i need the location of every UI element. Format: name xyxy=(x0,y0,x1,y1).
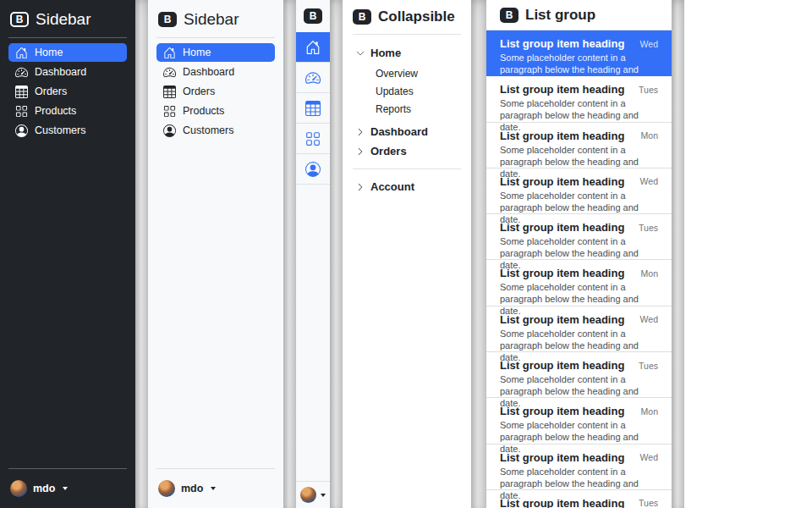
list-group-item[interactable]: List group item headingTuesSome placehol… xyxy=(486,352,672,398)
chevron-right-icon xyxy=(356,147,365,156)
nav-item-home[interactable]: Home xyxy=(8,43,127,62)
nav-item-label: Home xyxy=(183,47,211,58)
tree-child-updates[interactable]: Updates xyxy=(376,82,461,100)
avatar xyxy=(300,487,316,503)
person-circle-icon xyxy=(305,162,321,177)
nav-item-home[interactable]: Home xyxy=(156,43,275,62)
brand-link-light[interactable]: B Sidebar xyxy=(156,8,275,37)
nav-item-label: Dashboard xyxy=(183,66,234,78)
tree-label: Orders xyxy=(370,145,407,157)
nav-item-customers[interactable]: Customers xyxy=(8,121,127,140)
nav-item-customers[interactable] xyxy=(296,154,330,185)
nav-item-label: Dashboard xyxy=(35,66,86,78)
bootstrap-logo-icon: B xyxy=(500,8,518,23)
user-dropdown[interactable]: mdo xyxy=(156,474,275,500)
nav-item-dashboard[interactable]: Dashboard xyxy=(8,63,127,81)
chevron-right-icon xyxy=(356,128,365,136)
tree-toggle-dashboard[interactable]: Dashboard xyxy=(353,122,461,141)
list-item-header-row: List group item headingWed xyxy=(500,175,658,188)
user-dropdown[interactable] xyxy=(300,487,326,503)
nav-item-dashboard[interactable]: Dashboard xyxy=(156,63,275,81)
brand-title: Sidebar xyxy=(36,10,91,29)
collapsible-tree: HomeOverviewUpdatesReportsDashboardOrder… xyxy=(353,43,461,161)
list-item-day: Mon xyxy=(641,406,658,417)
nav-item-home[interactable] xyxy=(296,32,330,63)
brand-link-collapsible[interactable]: B Collapsible xyxy=(353,7,461,35)
list-item-day: Mon xyxy=(641,268,658,279)
divider-rule xyxy=(156,37,275,38)
list-group-item[interactable]: List group item headingWedSome placehold… xyxy=(486,168,672,214)
nav-item-orders[interactable]: Orders xyxy=(8,82,127,101)
sidebar-icons: B xyxy=(296,0,330,508)
list-item-heading: List group item heading xyxy=(500,175,624,188)
user-name: mdo xyxy=(33,483,55,494)
user-dropdown[interactable]: mdo xyxy=(8,474,127,500)
nav-item-products[interactable]: Products xyxy=(8,102,127,120)
list-group-item[interactable]: List group item headingMonSome placehold… xyxy=(486,260,672,306)
tree-child-reports[interactable]: Reports xyxy=(376,100,461,118)
list-item-header-row: List group item headingWed xyxy=(500,451,658,464)
brand-link-icons[interactable]: B xyxy=(296,0,330,32)
list-group-item[interactable]: List group item headingWedSome placehold… xyxy=(486,30,672,76)
nav-light: HomeDashboardOrdersProductsCustomers xyxy=(156,43,275,140)
table-icon xyxy=(163,86,176,98)
list-group-item[interactable]: List group item headingTuesSome placehol… xyxy=(486,76,672,122)
list-item-heading: List group item heading xyxy=(500,130,624,142)
sidebar-footer: mdo xyxy=(8,468,127,500)
example-divider xyxy=(283,0,296,508)
house-icon xyxy=(163,47,176,59)
divider-rule xyxy=(8,468,127,469)
list-item-header-row: List group item headingTues xyxy=(500,83,658,96)
nav-item-products[interactable]: Products xyxy=(156,102,275,120)
list-group-item[interactable]: List group item headingMonSome placehold… xyxy=(486,123,672,168)
grid-icon xyxy=(305,131,321,146)
sidebar-footer xyxy=(296,481,330,508)
tree-toggle-home[interactable]: Home xyxy=(353,43,461,63)
nav-item-orders[interactable] xyxy=(296,93,330,124)
brand-link-list-group[interactable]: B List group xyxy=(486,0,672,30)
list-item-header-row: List group item headingMon xyxy=(500,130,658,142)
example-divider xyxy=(330,0,343,508)
person-circle-icon xyxy=(15,124,28,137)
nav-item-dashboard[interactable] xyxy=(296,63,330,93)
nav-item-orders[interactable]: Orders xyxy=(156,82,275,101)
brand-link-dark[interactable]: B Sidebar xyxy=(8,8,127,37)
list-item-heading: List group item heading xyxy=(500,37,624,50)
list-item-header-row: List group item headingMon xyxy=(500,267,658,279)
user-name: mdo xyxy=(181,483,203,494)
nav-item-products[interactable] xyxy=(296,124,330,154)
sidebar-light: B Sidebar HomeDashboardOrdersProductsCus… xyxy=(148,0,283,508)
bootstrap-logo-icon: B xyxy=(304,8,322,24)
page-title: List group xyxy=(525,7,595,24)
list-item-day: Tues xyxy=(639,85,658,95)
example-divider xyxy=(471,0,486,508)
list-group-item[interactable]: List group item headingTuesSome placehol… xyxy=(486,214,672,260)
nav-item-label: Customers xyxy=(183,124,233,136)
tree-label: Dashboard xyxy=(370,125,428,138)
caret-down-icon xyxy=(321,494,326,497)
tree-toggle-orders[interactable]: Orders xyxy=(353,141,461,161)
list-item-day: Tues xyxy=(639,498,658,508)
grid-icon xyxy=(15,105,28,118)
tree-toggle-account[interactable]: Account xyxy=(353,177,461,196)
nav-item-customers[interactable]: Customers xyxy=(156,121,275,140)
list-group-scrollarea[interactable]: List group item headingWedSome placehold… xyxy=(486,30,672,508)
speedometer-icon xyxy=(305,70,321,86)
chevron-right-icon xyxy=(356,49,365,58)
list-item-header-row: List group item headingTues xyxy=(500,497,658,508)
list-item-heading: List group item heading xyxy=(500,497,624,508)
list-group-item[interactable]: List group item headingWedSome placehold… xyxy=(486,306,672,352)
list-item-day: Wed xyxy=(640,176,658,186)
person-circle-icon xyxy=(163,124,176,137)
list-group-item[interactable]: List group item headingMonSome placehold… xyxy=(486,398,672,444)
speedometer-icon xyxy=(163,66,176,79)
collapsible-tree-footer: Account xyxy=(353,177,461,196)
list-item-heading: List group item heading xyxy=(500,267,624,279)
list-item-heading: List group item heading xyxy=(500,451,624,464)
list-group-item[interactable]: List group item headingWedSome placehold… xyxy=(486,444,672,490)
tree-child-overview[interactable]: Overview xyxy=(376,64,461,82)
sidebar-footer: mdo xyxy=(156,468,275,500)
sidebar-list-group: B List group List group item headingWedS… xyxy=(486,0,672,508)
grid-icon xyxy=(163,105,176,118)
list-item-day: Wed xyxy=(640,314,658,324)
